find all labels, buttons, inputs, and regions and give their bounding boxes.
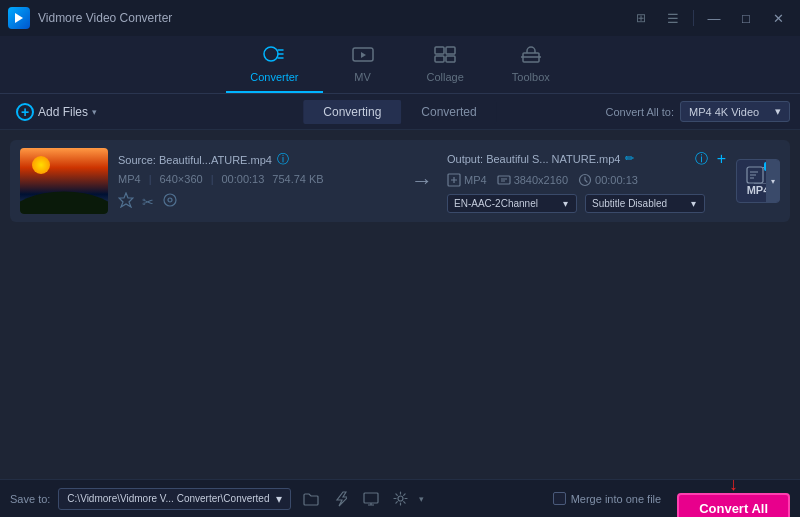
file-source: Source: Beautiful...ATURE.mp4 ⓘ bbox=[118, 151, 397, 168]
format-select[interactable]: MP4 4K Video ▾ bbox=[680, 101, 790, 122]
tab-toolbox[interactable]: Toolbox bbox=[488, 39, 574, 93]
output-resolution-item: 3840x2160 bbox=[497, 173, 568, 187]
input-duration: 00:00:13 bbox=[221, 173, 264, 185]
subtitle-chevron: ▾ bbox=[691, 198, 696, 209]
menu-icon[interactable]: ☰ bbox=[659, 7, 687, 29]
toolbar: + Add Files ▾ Converting Converted Conve… bbox=[0, 94, 800, 130]
converted-tab[interactable]: Converted bbox=[401, 100, 496, 124]
tab-collage-label: Collage bbox=[427, 71, 464, 83]
file-info-left: Source: Beautiful...ATURE.mp4 ⓘ MP4 | 64… bbox=[118, 151, 397, 211]
save-to-label: Save to: bbox=[10, 493, 50, 505]
svg-point-9 bbox=[164, 194, 176, 206]
lightning-icon[interactable] bbox=[329, 487, 353, 511]
tab-group: Converting Converted bbox=[303, 100, 496, 124]
convert-all-to: Convert All to: MP4 4K Video ▾ bbox=[606, 101, 790, 122]
mv-icon bbox=[352, 45, 374, 68]
close-button[interactable]: ✕ bbox=[764, 7, 792, 29]
add-files-label: Add Files bbox=[38, 105, 88, 119]
svg-point-1 bbox=[264, 47, 278, 61]
converting-tab[interactable]: Converting bbox=[303, 100, 401, 124]
title-bar-left: Vidmore Video Converter bbox=[8, 7, 172, 29]
tab-converter[interactable]: Converter bbox=[226, 39, 322, 93]
settings-icon[interactable] bbox=[389, 487, 413, 511]
subtitle-select[interactable]: Subtitle Disabled ▾ bbox=[585, 194, 705, 213]
output-meta: MP4 3840x2160 00:00:13 bbox=[447, 173, 726, 187]
app-title: Vidmore Video Converter bbox=[38, 11, 172, 25]
input-resolution: 640×360 bbox=[159, 173, 202, 185]
file-badge[interactable]: 4K MP4 ▾ bbox=[736, 159, 780, 203]
add-files-icon: + bbox=[16, 103, 34, 121]
folder-icon[interactable] bbox=[299, 487, 323, 511]
scissors-icon[interactable]: ✂ bbox=[142, 194, 154, 210]
format-select-value: MP4 4K Video bbox=[689, 106, 759, 118]
tab-toolbox-label: Toolbox bbox=[512, 71, 550, 83]
source-info-icon[interactable]: ⓘ bbox=[277, 151, 289, 168]
output-duration: 00:00:13 bbox=[595, 174, 638, 186]
file-info-right: Output: Beautiful S... NATURE.mp4 ✏ ⓘ + … bbox=[447, 150, 726, 213]
grid-icon[interactable]: ⊞ bbox=[627, 7, 655, 29]
audio-chevron: ▾ bbox=[563, 198, 568, 209]
svg-point-10 bbox=[168, 198, 172, 202]
merge-label: Merge into one file bbox=[571, 493, 662, 505]
file-meta: MP4 | 640×360 | 00:00:13 754.74 KB bbox=[118, 173, 397, 185]
save-path-text: C:\Vidmore\Vidmore V... Converter\Conver… bbox=[67, 493, 269, 504]
edit-icon[interactable]: ✏ bbox=[625, 152, 634, 165]
output-plus-icon[interactable]: + bbox=[717, 150, 726, 168]
source-label: Source: Beautiful...ATURE.mp4 bbox=[118, 154, 272, 166]
output-dropdowns: EN-AAC-2Channel ▾ Subtitle Disabled ▾ bbox=[447, 194, 726, 213]
convert-all-button[interactable]: Convert All bbox=[677, 493, 790, 518]
tab-mv[interactable]: MV bbox=[323, 39, 403, 93]
file-actions: ✂ bbox=[118, 192, 397, 211]
merge-checkbox-box[interactable] bbox=[553, 492, 566, 505]
svg-rect-12 bbox=[498, 176, 510, 184]
output-label: Output: Beautiful S... NATURE.mp4 bbox=[447, 153, 620, 165]
add-files-button[interactable]: + Add Files ▾ bbox=[10, 99, 103, 125]
save-path-chevron: ▾ bbox=[276, 492, 282, 506]
svg-rect-5 bbox=[435, 56, 444, 62]
enhance-icon[interactable] bbox=[118, 192, 134, 211]
format-chevron: ▾ bbox=[775, 105, 781, 118]
input-format: MP4 bbox=[118, 173, 141, 185]
convert-all-to-label: Convert All to: bbox=[606, 106, 674, 118]
svg-point-16 bbox=[398, 496, 403, 501]
maximize-button[interactable]: □ bbox=[732, 7, 760, 29]
audio-select[interactable]: EN-AAC-2Channel ▾ bbox=[447, 194, 577, 213]
badge-dropdown-arrow[interactable]: ▾ bbox=[766, 160, 780, 202]
app-logo bbox=[8, 7, 30, 29]
tab-mv-label: MV bbox=[354, 71, 371, 83]
collage-icon bbox=[434, 45, 456, 68]
output-duration-item: 00:00:13 bbox=[578, 173, 638, 187]
output-resolution: 3840x2160 bbox=[514, 174, 568, 186]
nav-tabs: Converter MV Collage bbox=[0, 36, 800, 94]
file-thumbnail bbox=[20, 148, 108, 214]
output-format-item: MP4 bbox=[447, 173, 487, 187]
red-arrow-icon: ↓ bbox=[729, 474, 738, 495]
title-bar: Vidmore Video Converter ⊞ ☰ — □ ✕ bbox=[0, 0, 800, 36]
merge-checkbox[interactable]: Merge into one file bbox=[553, 492, 662, 505]
bottom-bar: Save to: C:\Vidmore\Vidmore V... Convert… bbox=[0, 479, 800, 517]
main-content: Source: Beautiful...ATURE.mp4 ⓘ MP4 | 64… bbox=[0, 130, 800, 479]
effect-icon[interactable] bbox=[162, 192, 178, 211]
svg-rect-4 bbox=[446, 47, 455, 54]
save-path-select[interactable]: C:\Vidmore\Vidmore V... Converter\Conver… bbox=[58, 488, 290, 510]
title-bar-controls: ⊞ ☰ — □ ✕ bbox=[627, 7, 792, 29]
output-header: Output: Beautiful S... NATURE.mp4 ✏ ⓘ + bbox=[447, 150, 726, 168]
minimize-button[interactable]: — bbox=[700, 7, 728, 29]
output-format: MP4 bbox=[464, 174, 487, 186]
svg-marker-8 bbox=[119, 193, 133, 207]
svg-marker-0 bbox=[15, 13, 23, 23]
svg-rect-6 bbox=[446, 56, 455, 62]
bottom-icons: ▾ bbox=[299, 487, 424, 511]
add-files-chevron: ▾ bbox=[92, 107, 97, 117]
toolbox-icon bbox=[520, 45, 542, 68]
subtitle-select-value: Subtitle Disabled bbox=[592, 198, 667, 209]
settings-chevron: ▾ bbox=[419, 494, 424, 504]
converter-icon bbox=[263, 45, 285, 68]
output-info-icon[interactable]: ⓘ bbox=[695, 150, 708, 168]
tab-collage[interactable]: Collage bbox=[403, 39, 488, 93]
tab-converter-label: Converter bbox=[250, 71, 298, 83]
audio-select-value: EN-AAC-2Channel bbox=[454, 198, 538, 209]
display-icon[interactable] bbox=[359, 487, 383, 511]
input-size: 754.74 KB bbox=[272, 173, 323, 185]
convert-arrow: → bbox=[407, 168, 437, 194]
